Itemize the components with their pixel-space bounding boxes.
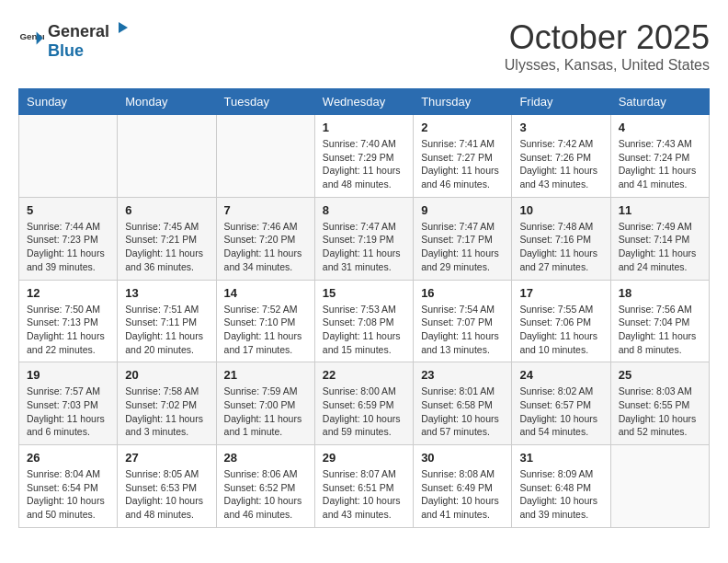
day-info: Sunrise: 7:45 AMSunset: 7:21 PMDaylight:… [125, 220, 208, 274]
calendar-cell: 26Sunrise: 8:04 AMSunset: 6:54 PMDayligh… [19, 445, 118, 528]
day-info: Sunrise: 7:47 AMSunset: 7:19 PMDaylight:… [323, 220, 405, 274]
calendar-cell: 14Sunrise: 7:52 AMSunset: 7:10 PMDayligh… [216, 280, 314, 362]
calendar-week-row: 1Sunrise: 7:40 AMSunset: 7:29 PMDaylight… [19, 115, 710, 198]
day-number: 16 [421, 286, 504, 300]
day-info: Sunrise: 7:54 AMSunset: 7:07 PMDaylight:… [421, 303, 504, 357]
day-info: Sunrise: 7:43 AMSunset: 7:24 PMDaylight:… [619, 137, 701, 191]
day-info: Sunrise: 7:46 AMSunset: 7:20 PMDaylight:… [224, 220, 307, 274]
calendar-cell: 7Sunrise: 7:46 AMSunset: 7:20 PMDaylight… [216, 197, 314, 280]
calendar-cell [19, 115, 118, 198]
calendar-cell: 22Sunrise: 8:00 AMSunset: 6:59 PMDayligh… [314, 362, 413, 445]
calendar-cell: 8Sunrise: 7:47 AMSunset: 7:19 PMDaylight… [314, 197, 413, 280]
calendar-cell: 16Sunrise: 7:54 AMSunset: 7:07 PMDayligh… [414, 280, 512, 362]
day-number: 11 [619, 203, 701, 217]
page-header: General General Blue October 2025 Ulysse… [18, 18, 710, 74]
calendar-cell: 30Sunrise: 8:08 AMSunset: 6:49 PMDayligh… [414, 445, 512, 528]
header-monday: Monday [118, 89, 216, 115]
day-info: Sunrise: 8:08 AMSunset: 6:49 PMDaylight:… [421, 467, 504, 522]
day-number: 22 [323, 368, 405, 382]
calendar-cell: 11Sunrise: 7:49 AMSunset: 7:14 PMDayligh… [610, 197, 709, 280]
day-info: Sunrise: 8:00 AMSunset: 6:59 PMDaylight:… [323, 385, 405, 439]
header-tuesday: Tuesday [216, 89, 314, 115]
calendar-cell: 31Sunrise: 8:09 AMSunset: 6:48 PMDayligh… [512, 445, 610, 528]
day-info: Sunrise: 7:58 AMSunset: 7:02 PMDaylight:… [125, 385, 208, 439]
day-info: Sunrise: 7:51 AMSunset: 7:11 PMDaylight:… [125, 303, 208, 357]
calendar-cell: 19Sunrise: 7:57 AMSunset: 7:03 PMDayligh… [19, 362, 118, 445]
header-friday: Friday [512, 89, 610, 115]
day-info: Sunrise: 7:52 AMSunset: 7:10 PMDaylight:… [224, 303, 307, 357]
calendar-cell: 10Sunrise: 7:48 AMSunset: 7:16 PMDayligh… [512, 197, 610, 280]
day-number: 13 [125, 286, 208, 300]
day-info: Sunrise: 7:56 AMSunset: 7:04 PMDaylight:… [619, 303, 701, 357]
day-number: 3 [519, 121, 602, 134]
day-number: 7 [224, 203, 307, 217]
day-number: 19 [27, 368, 109, 382]
location-title: Ulysses, Kansas, United States [505, 57, 710, 74]
header-wednesday: Wednesday [314, 89, 413, 115]
day-info: Sunrise: 8:06 AMSunset: 6:52 PMDaylight:… [224, 467, 307, 522]
day-info: Sunrise: 7:53 AMSunset: 7:08 PMDaylight:… [323, 303, 405, 357]
day-info: Sunrise: 8:03 AMSunset: 6:55 PMDaylight:… [619, 385, 701, 439]
calendar-cell: 17Sunrise: 7:55 AMSunset: 7:06 PMDayligh… [512, 280, 610, 362]
day-number: 10 [519, 203, 602, 217]
day-number: 15 [323, 286, 405, 300]
day-info: Sunrise: 7:50 AMSunset: 7:13 PMDaylight:… [27, 303, 109, 357]
calendar-cell: 25Sunrise: 8:03 AMSunset: 6:55 PMDayligh… [610, 362, 709, 445]
calendar-cell: 3Sunrise: 7:42 AMSunset: 7:26 PMDaylight… [512, 115, 610, 198]
calendar-cell [610, 445, 709, 528]
day-number: 6 [125, 203, 208, 217]
day-info: Sunrise: 8:07 AMSunset: 6:51 PMDaylight:… [323, 467, 405, 522]
logo-blue: Blue [48, 41, 84, 60]
day-number: 27 [125, 451, 208, 465]
calendar-week-row: 5Sunrise: 7:44 AMSunset: 7:23 PMDaylight… [19, 197, 710, 280]
day-number: 17 [519, 286, 602, 300]
day-number: 12 [27, 286, 109, 300]
calendar-cell: 29Sunrise: 8:07 AMSunset: 6:51 PMDayligh… [314, 445, 413, 528]
day-number: 9 [421, 203, 504, 217]
calendar-cell: 15Sunrise: 7:53 AMSunset: 7:08 PMDayligh… [314, 280, 413, 362]
logo: General General Blue [18, 18, 131, 61]
day-number: 26 [27, 451, 109, 465]
day-info: Sunrise: 7:57 AMSunset: 7:03 PMDaylight:… [27, 385, 109, 439]
calendar-cell: 21Sunrise: 7:59 AMSunset: 7:00 PMDayligh… [216, 362, 314, 445]
calendar-cell: 13Sunrise: 7:51 AMSunset: 7:11 PMDayligh… [118, 280, 216, 362]
calendar-cell: 27Sunrise: 8:05 AMSunset: 6:53 PMDayligh… [118, 445, 216, 528]
calendar-cell: 28Sunrise: 8:06 AMSunset: 6:52 PMDayligh… [216, 445, 314, 528]
day-number: 8 [323, 203, 405, 217]
day-info: Sunrise: 7:49 AMSunset: 7:14 PMDaylight:… [619, 220, 701, 274]
day-number: 5 [27, 203, 109, 217]
calendar-cell: 23Sunrise: 8:01 AMSunset: 6:58 PMDayligh… [414, 362, 512, 445]
calendar-week-row: 26Sunrise: 8:04 AMSunset: 6:54 PMDayligh… [19, 445, 710, 528]
month-title: October 2025 [505, 18, 710, 57]
day-info: Sunrise: 7:59 AMSunset: 7:00 PMDaylight:… [224, 385, 307, 439]
day-info: Sunrise: 7:55 AMSunset: 7:06 PMDaylight:… [519, 303, 602, 357]
day-number: 28 [224, 451, 307, 465]
day-info: Sunrise: 8:04 AMSunset: 6:54 PMDaylight:… [27, 467, 109, 522]
day-number: 20 [125, 368, 208, 382]
calendar-header-row: SundayMondayTuesdayWednesdayThursdayFrid… [19, 89, 710, 115]
calendar-cell: 20Sunrise: 7:58 AMSunset: 7:02 PMDayligh… [118, 362, 216, 445]
day-number: 30 [421, 451, 504, 465]
day-number: 14 [224, 286, 307, 300]
day-number: 1 [323, 121, 405, 134]
day-info: Sunrise: 8:09 AMSunset: 6:48 PMDaylight:… [519, 467, 602, 522]
day-number: 31 [519, 451, 602, 465]
svg-marker-1 [119, 22, 128, 33]
day-info: Sunrise: 7:47 AMSunset: 7:17 PMDaylight:… [421, 220, 504, 274]
day-number: 25 [619, 368, 701, 382]
calendar-cell: 2Sunrise: 7:41 AMSunset: 7:27 PMDaylight… [414, 115, 512, 198]
header-saturday: Saturday [610, 89, 709, 115]
day-info: Sunrise: 7:42 AMSunset: 7:26 PMDaylight:… [519, 137, 602, 191]
calendar-cell: 5Sunrise: 7:44 AMSunset: 7:23 PMDaylight… [19, 197, 118, 280]
day-number: 4 [619, 121, 701, 134]
day-number: 24 [519, 368, 602, 382]
calendar-cell: 18Sunrise: 7:56 AMSunset: 7:04 PMDayligh… [610, 280, 709, 362]
day-info: Sunrise: 7:41 AMSunset: 7:27 PMDaylight:… [421, 137, 504, 191]
day-info: Sunrise: 7:40 AMSunset: 7:29 PMDaylight:… [323, 137, 405, 191]
day-number: 23 [421, 368, 504, 382]
day-info: Sunrise: 7:44 AMSunset: 7:23 PMDaylight:… [27, 220, 109, 274]
calendar-cell: 9Sunrise: 7:47 AMSunset: 7:17 PMDaylight… [414, 197, 512, 280]
day-number: 29 [323, 451, 405, 465]
day-number: 2 [421, 121, 504, 134]
day-info: Sunrise: 7:48 AMSunset: 7:16 PMDaylight:… [519, 220, 602, 274]
